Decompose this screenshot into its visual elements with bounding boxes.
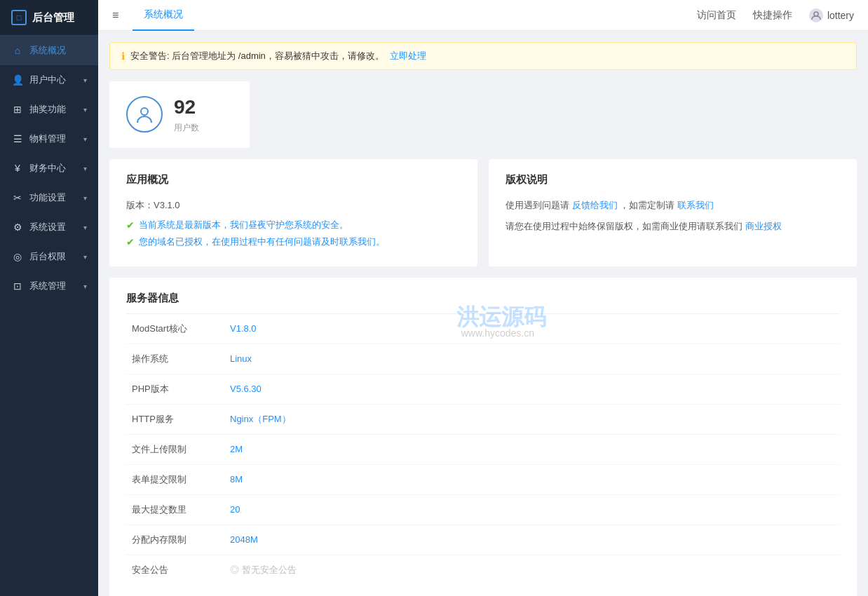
server-row-label: 分配内存限制 xyxy=(126,524,224,555)
finance-icon: ¥ xyxy=(11,163,24,174)
user-name: lottery xyxy=(827,10,854,21)
chevron-icon: ▾ xyxy=(83,224,87,231)
sidebar-item-dashboard[interactable]: ⌂ 系统概况 xyxy=(0,36,98,65)
chevron-icon: ▾ xyxy=(83,253,87,261)
sidebar-item-label: 系统设置 xyxy=(29,221,66,233)
permissions-icon: ◎ xyxy=(11,251,24,262)
server-row-value: V5.6.30 xyxy=(224,374,840,404)
chevron-icon: ▾ xyxy=(83,76,87,84)
sidebar-item-finance[interactable]: ¥ 财务中心 ▾ xyxy=(0,154,98,183)
menu-toggle-icon[interactable]: ≡ xyxy=(112,9,118,22)
server-row-label: 文件上传限制 xyxy=(126,434,224,464)
sidebar-item-label: 物料管理 xyxy=(29,133,66,145)
copyright-title: 版权说明 xyxy=(506,173,840,187)
items-icon: ☰ xyxy=(11,133,24,144)
sidebar-item-sys-manage[interactable]: ⊡ 系统管理 ▾ xyxy=(0,271,98,301)
sidebar: □ 后台管理 ⌂ 系统概况 👤 用户中心 ▾ ⊞ 抽奖功能 ▾ ☰ 物料管理 ▾… xyxy=(0,0,98,596)
chevron-icon: ▾ xyxy=(83,194,87,202)
server-row-label: ModStart核心 xyxy=(126,314,224,344)
content-area: ℹ 安全警告: 后台管理地址为 /admin，容易被猜中攻击，请修改。 立即处理… xyxy=(98,31,868,596)
sidebar-item-users[interactable]: 👤 用户中心 ▾ xyxy=(0,65,98,95)
copyright-mid: ，如需定制请 xyxy=(620,200,677,210)
server-row-label: 安全公告 xyxy=(126,555,224,585)
dashboard-icon: ⌂ xyxy=(11,45,24,56)
check-item-1: ✔ 当前系统是最新版本，我们昼夜守护您系统的安全。 xyxy=(126,219,461,231)
svg-point-1 xyxy=(141,108,148,115)
header-tabs: 系统概况 xyxy=(133,0,194,30)
chevron-icon: ▾ xyxy=(83,106,87,114)
copyright-pre1: 使用遇到问题请 xyxy=(506,200,572,210)
chevron-icon: ▾ xyxy=(83,165,87,172)
stat-card-info: 92 用户数 xyxy=(174,95,199,134)
server-row-label: 最大提交数里 xyxy=(126,494,224,524)
user-avatar-icon xyxy=(809,8,823,22)
stat-label: 用户数 xyxy=(174,122,199,134)
header: ≡ 系统概况 访问首页 快捷操作 lottery xyxy=(98,0,868,31)
server-row-value: ◎ 暂无安全公告 xyxy=(224,555,840,585)
quick-ops-link[interactable]: 快捷操作 xyxy=(753,9,792,22)
server-row-value: 8M xyxy=(224,464,840,494)
server-row-label: PHP版本 xyxy=(126,374,224,404)
app-info-title: 应用概况 xyxy=(126,173,461,187)
sys-settings-icon: ⚙ xyxy=(11,222,24,233)
server-table-row: HTTP服务Nginx（FPM） xyxy=(126,404,840,434)
chevron-icon: ▾ xyxy=(83,283,87,290)
copyright-card: 版权说明 使用遇到问题请 反馈给我们 ，如需定制请 联系我们 请您在使用过程中始… xyxy=(489,159,857,266)
server-row-value: Linux xyxy=(224,344,840,374)
server-table-row: 操作系统Linux xyxy=(126,344,840,374)
sidebar-item-label: 功能设置 xyxy=(29,191,66,204)
server-table-row: PHP版本V5.6.30 xyxy=(126,374,840,404)
server-row-value: Nginx（FPM） xyxy=(224,404,840,434)
lottery-icon: ⊞ xyxy=(11,104,24,115)
server-row-label: 操作系统 xyxy=(126,344,224,374)
sys-manage-icon: ⊡ xyxy=(11,280,24,292)
copyright-line1: 使用遇到问题请 反馈给我们 ，如需定制请 联系我们 xyxy=(506,198,840,213)
chevron-icon: ▾ xyxy=(83,135,87,143)
server-table-row: ModStart核心V1.8.0 xyxy=(126,314,840,344)
commercial-link[interactable]: 商业授权 xyxy=(745,221,782,231)
server-row-value: V1.8.0 xyxy=(224,314,840,344)
server-row-label: 表单提交限制 xyxy=(126,464,224,494)
sidebar-logo-text: 后台管理 xyxy=(32,11,74,25)
check-item-2: ✔ 您的域名已授权，在使用过程中有任何问题请及时联系我们。 xyxy=(126,236,461,248)
feedback-link[interactable]: 反馈给我们 xyxy=(572,200,618,210)
main-area: ≡ 系统概况 访问首页 快捷操作 lottery xyxy=(98,0,868,596)
svg-point-0 xyxy=(814,12,818,16)
sidebar-item-sys-settings[interactable]: ⚙ 系统设置 ▾ xyxy=(0,212,98,242)
server-table-row: 文件上传限制2M xyxy=(126,434,840,464)
server-table-row: 安全公告◎ 暂无安全公告 xyxy=(126,555,840,585)
sidebar-item-items[interactable]: ☰ 物料管理 ▾ xyxy=(0,124,98,154)
server-info-card: 服务器信息 ModStart核心V1.8.0操作系统LinuxPHP版本V5.6… xyxy=(109,278,857,596)
alert-handle-link[interactable]: 立即处理 xyxy=(390,50,426,62)
sidebar-item-permissions[interactable]: ◎ 后台权限 ▾ xyxy=(0,242,98,271)
tab-label: 系统概况 xyxy=(144,8,183,21)
tab-dashboard[interactable]: 系统概况 xyxy=(133,0,194,31)
sidebar-item-label: 抽奖功能 xyxy=(29,103,66,116)
sidebar-item-func-settings[interactable]: ✂ 功能设置 ▾ xyxy=(0,183,98,212)
server-table-row: 表单提交限制8M xyxy=(126,464,840,494)
users-icon: 👤 xyxy=(11,74,24,86)
app-info-card: 应用概况 版本：V3.1.0 ✔ 当前系统是最新版本，我们昼夜守护您系统的安全。… xyxy=(109,159,477,266)
server-table-row: 最大提交数里20 xyxy=(126,494,840,524)
check-link-2[interactable]: 您的域名已授权，在使用过程中有任何问题请及时联系我们。 xyxy=(139,236,385,248)
check-icon-2: ✔ xyxy=(126,236,135,248)
sidebar-item-lottery[interactable]: ⊞ 抽奖功能 ▾ xyxy=(0,95,98,124)
content-wrapper: ℹ 安全警告: 后台管理地址为 /admin，容易被猜中攻击，请修改。 立即处理… xyxy=(109,42,857,596)
stat-card-users: 92 用户数 xyxy=(109,81,250,148)
sidebar-item-label: 财务中心 xyxy=(29,162,66,175)
sidebar-item-label: 系统管理 xyxy=(29,280,66,292)
check-link-1[interactable]: 当前系统是最新版本，我们昼夜守护您系统的安全。 xyxy=(139,219,348,231)
visit-home-link[interactable]: 访问首页 xyxy=(697,9,736,22)
info-row: 应用概况 版本：V3.1.0 ✔ 当前系统是最新版本，我们昼夜守护您系统的安全。… xyxy=(109,159,857,266)
security-alert: ℹ 安全警告: 后台管理地址为 /admin，容易被猜中攻击，请修改。 立即处理 xyxy=(109,42,857,70)
header-user[interactable]: lottery xyxy=(809,8,854,22)
stat-users-icon xyxy=(126,96,163,133)
server-row-value: 2M xyxy=(224,434,840,464)
copyright-line2: 请您在使用过程中始终保留版权，如需商业使用请联系我们 商业授权 xyxy=(506,219,840,234)
version-text: 版本：V3.1.0 xyxy=(126,198,461,213)
server-row-value: 20 xyxy=(224,494,840,524)
server-row-label: HTTP服务 xyxy=(126,404,224,434)
contact-link[interactable]: 联系我们 xyxy=(677,200,714,210)
sidebar-item-label: 系统概况 xyxy=(29,44,66,57)
sidebar-logo-icon: □ xyxy=(11,10,27,25)
